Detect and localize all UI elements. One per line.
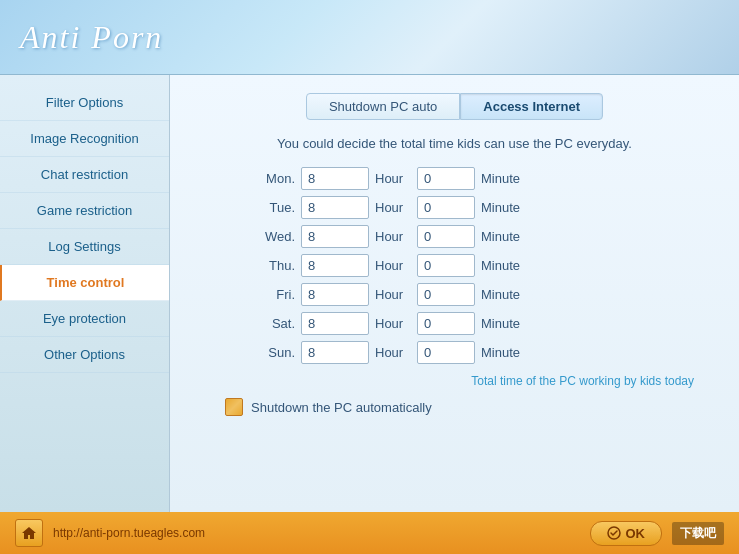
day-label-4: Fri. (255, 287, 295, 302)
day-row-sat: Sat.HourMinute (255, 312, 714, 335)
day-label-2: Wed. (255, 229, 295, 244)
minute-input-4[interactable] (417, 283, 475, 306)
minute-label-1: Minute (481, 200, 520, 215)
day-row-fri: Fri.HourMinute (255, 283, 714, 306)
shutdown-label: Shutdown the PC automatically (251, 400, 432, 415)
day-label-6: Sun. (255, 345, 295, 360)
day-row-mon: Mon.HourMinute (255, 167, 714, 190)
day-label-0: Mon. (255, 171, 295, 186)
sidebar-item-chat-restriction[interactable]: Chat restriction (0, 157, 169, 193)
minute-input-3[interactable] (417, 254, 475, 277)
hour-input-0[interactable] (301, 167, 369, 190)
hour-label-3: Hour (375, 258, 411, 273)
sidebar-item-image-recognition[interactable]: Image Recognition (0, 121, 169, 157)
minute-label-6: Minute (481, 345, 520, 360)
hour-input-2[interactable] (301, 225, 369, 248)
shutdown-checkbox[interactable] (225, 398, 243, 416)
hour-label-6: Hour (375, 345, 411, 360)
tab-shutdown-pc-auto[interactable]: Shutdown PC auto (306, 93, 460, 120)
day-row-tue: Tue.HourMinute (255, 196, 714, 219)
sidebar-item-time-control[interactable]: Time control (0, 265, 169, 301)
shutdown-checkbox-row[interactable]: Shutdown the PC automatically (225, 398, 714, 416)
sidebar-item-log-settings[interactable]: Log Settings (0, 229, 169, 265)
tab-access-internet[interactable]: Access Internet (460, 93, 603, 120)
sidebar-item-filter-options[interactable]: Filter Options (0, 85, 169, 121)
ok-button[interactable]: OK (590, 521, 663, 546)
minute-label-2: Minute (481, 229, 520, 244)
sidebar-item-other-options[interactable]: Other Options (0, 337, 169, 373)
home-button[interactable] (15, 519, 43, 547)
minute-label-4: Minute (481, 287, 520, 302)
content-area: Shutdown PC auto Access Internet You cou… (170, 75, 739, 512)
day-label-3: Thu. (255, 258, 295, 273)
minute-input-6[interactable] (417, 341, 475, 364)
hour-label-1: Hour (375, 200, 411, 215)
hour-label-5: Hour (375, 316, 411, 331)
footer-url: http://anti-porn.tueagles.com (53, 526, 580, 540)
hour-label-2: Hour (375, 229, 411, 244)
hour-input-4[interactable] (301, 283, 369, 306)
day-row-wed: Wed.HourMinute (255, 225, 714, 248)
sidebar-item-eye-protection[interactable]: Eye protection (0, 301, 169, 337)
app-title: Anti Porn (20, 19, 163, 56)
day-row-thu: Thu.HourMinute (255, 254, 714, 277)
hour-input-3[interactable] (301, 254, 369, 277)
total-time-label: Total time of the PC working by kids tod… (195, 374, 714, 388)
minute-input-5[interactable] (417, 312, 475, 335)
minute-input-1[interactable] (417, 196, 475, 219)
day-rows: Mon.HourMinuteTue.HourMinuteWed.HourMinu… (195, 167, 714, 364)
hour-label-4: Hour (375, 287, 411, 302)
sidebar: Filter Options Image Recognition Chat re… (0, 75, 170, 512)
minute-label-5: Minute (481, 316, 520, 331)
hour-input-1[interactable] (301, 196, 369, 219)
hour-input-6[interactable] (301, 341, 369, 364)
day-row-sun: Sun.HourMinute (255, 341, 714, 364)
hour-label-0: Hour (375, 171, 411, 186)
minute-label-3: Minute (481, 258, 520, 273)
minute-input-2[interactable] (417, 225, 475, 248)
minute-label-0: Minute (481, 171, 520, 186)
day-label-5: Sat. (255, 316, 295, 331)
sidebar-item-game-restriction[interactable]: Game restriction (0, 193, 169, 229)
main-area: Filter Options Image Recognition Chat re… (0, 75, 739, 512)
tab-bar: Shutdown PC auto Access Internet (195, 93, 714, 120)
day-label-1: Tue. (255, 200, 295, 215)
minute-input-0[interactable] (417, 167, 475, 190)
content-description: You could decide the total time kids can… (195, 136, 714, 151)
ok-label: OK (626, 526, 646, 541)
hour-input-5[interactable] (301, 312, 369, 335)
footer: http://anti-porn.tueagles.com OK 下载吧 (0, 512, 739, 554)
app-header: Anti Porn (0, 0, 739, 75)
watermark: 下载吧 (672, 522, 724, 545)
